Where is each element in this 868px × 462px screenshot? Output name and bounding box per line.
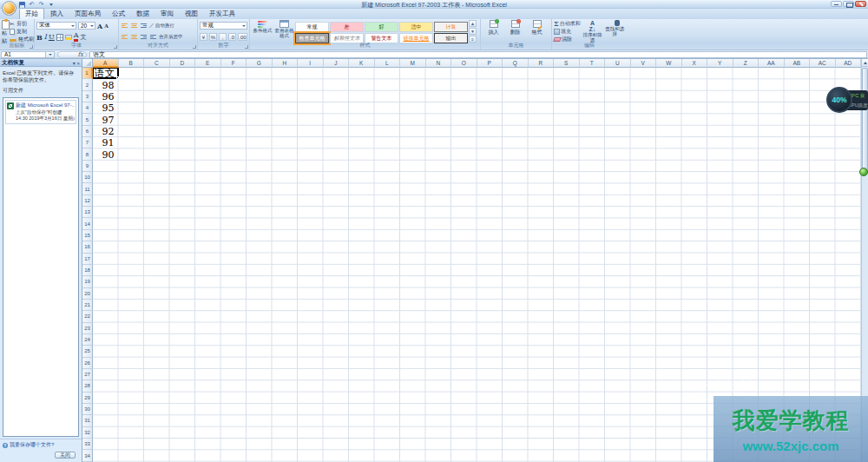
row-header-4[interactable]: 4 <box>82 102 93 114</box>
scroll-up-icon[interactable] <box>862 59 868 67</box>
pane-close-icon[interactable]: ▾ × <box>73 60 80 66</box>
row-header-5[interactable]: 5 <box>82 114 93 125</box>
fill-color-button[interactable] <box>65 35 72 40</box>
align-left-icon[interactable] <box>121 34 128 40</box>
select-all-corner[interactable] <box>82 59 93 68</box>
row-header-23[interactable]: 23 <box>82 323 93 334</box>
indent-icon[interactable] <box>149 34 157 40</box>
format-cells-button[interactable]: 格式 <box>526 20 548 36</box>
clipboard-dialog-launcher[interactable] <box>30 45 33 49</box>
formula-input[interactable]: 语文 <box>89 51 867 58</box>
row-header-3[interactable]: 3 <box>82 91 93 102</box>
font-dialog-launcher[interactable] <box>114 45 117 49</box>
column-header-G[interactable]: G <box>247 59 273 68</box>
format-as-table-button[interactable]: 套用表格格式 <box>273 20 295 38</box>
row-header-34[interactable]: 34 <box>82 450 93 461</box>
tab-视图[interactable]: 视图 <box>180 9 203 19</box>
grow-font-button[interactable]: A <box>97 22 102 30</box>
maximize-button[interactable] <box>843 1 854 7</box>
name-box[interactable]: A1 <box>1 51 46 58</box>
borders-button[interactable] <box>56 34 63 41</box>
style-计算[interactable]: 计算 <box>434 22 468 32</box>
column-header-Q[interactable]: Q <box>503 59 529 68</box>
style-好[interactable]: 好 <box>365 22 398 32</box>
row-header-1[interactable]: 1 <box>82 68 93 79</box>
column-header-F[interactable]: F <box>221 59 247 68</box>
column-header-S[interactable]: S <box>554 59 580 68</box>
bold-button[interactable]: B <box>36 33 43 42</box>
row-header-12[interactable]: 12 <box>82 195 93 207</box>
tab-审阅[interactable]: 审阅 <box>155 9 179 19</box>
conditional-formatting-button[interactable]: 条件格式 <box>252 20 273 33</box>
row-header-33[interactable]: 33 <box>82 439 93 450</box>
shrink-font-button[interactable]: A <box>104 23 108 29</box>
cell-A7[interactable]: 91 <box>93 137 119 148</box>
number-icon-1[interactable]: % <box>209 33 217 41</box>
column-header-L[interactable]: L <box>375 59 401 68</box>
tab-开始[interactable]: 开始 <box>19 8 44 19</box>
font-size-combo[interactable]: 20 <box>78 22 95 30</box>
row-header-28[interactable]: 28 <box>82 380 93 392</box>
scrollbar-thumb[interactable] <box>862 68 868 172</box>
column-header-AD[interactable]: AD <box>836 59 862 68</box>
row-header-31[interactable]: 31 <box>82 415 93 426</box>
alignment-dialog-launcher[interactable] <box>193 45 196 49</box>
column-header-K[interactable]: K <box>349 59 375 68</box>
number-icon-3[interactable]: .0 <box>228 33 236 41</box>
row-header-19[interactable]: 19 <box>82 276 93 287</box>
row-header-27[interactable]: 27 <box>82 369 93 380</box>
row-header-26[interactable]: 26 <box>82 358 93 369</box>
cut-button[interactable]: ✂ 剪切 <box>10 20 34 27</box>
fill-button[interactable]: 填充 <box>554 28 581 36</box>
column-header-AC[interactable]: AC <box>810 59 836 68</box>
minimize-button[interactable] <box>831 1 842 7</box>
tab-插入[interactable]: 插入 <box>45 9 69 19</box>
number-format-combo[interactable]: 常规 <box>200 22 247 30</box>
style-适中[interactable]: 适中 <box>399 22 433 32</box>
font-color-button[interactable]: A <box>74 32 79 42</box>
column-header-B[interactable]: B <box>119 59 145 68</box>
cell-A2[interactable]: 98 <box>93 79 119 90</box>
name-box-dropdown-icon[interactable] <box>46 51 55 58</box>
row-header-32[interactable]: 32 <box>82 427 93 439</box>
wrap-text-button[interactable]: 自动换行 <box>155 23 174 29</box>
top-align-icon[interactable] <box>121 23 128 29</box>
row-header-17[interactable]: 17 <box>82 254 93 265</box>
row-header-2[interactable]: 2 <box>82 79 93 90</box>
cell-A6[interactable]: 92 <box>93 126 119 137</box>
orientation-icon[interactable]: ⟋ <box>149 23 154 29</box>
pane-close-button[interactable]: 关闭 <box>55 452 76 459</box>
gallery-down-icon[interactable]: ▼ <box>469 28 477 35</box>
font-name-combo[interactable]: 宋体 <box>36 22 76 30</box>
row-header-30[interactable]: 30 <box>82 404 93 415</box>
merge-center-button[interactable]: 合并后居中 <box>159 34 183 40</box>
column-header-Z[interactable]: Z <box>733 59 760 68</box>
find-select-button[interactable]: 查找和选择 <box>604 20 625 43</box>
column-header-U[interactable]: U <box>605 59 631 68</box>
row-header-15[interactable]: 15 <box>82 230 93 241</box>
insert-function-button[interactable]: fx <box>57 51 87 58</box>
column-header-V[interactable]: V <box>631 59 657 68</box>
tab-页面布局[interactable]: 页面布局 <box>69 9 106 19</box>
tab-公式[interactable]: 公式 <box>107 9 130 19</box>
column-header-I[interactable]: I <box>298 59 324 68</box>
row-header-10[interactable]: 10 <box>82 172 93 183</box>
which-file-help-link[interactable]: ? 我要保存哪个文件? <box>3 441 79 449</box>
row-header-25[interactable]: 25 <box>82 346 93 357</box>
row-header-13[interactable]: 13 <box>82 207 93 218</box>
row-header-6[interactable]: 6 <box>82 126 93 137</box>
floating-green-icon[interactable] <box>859 168 868 176</box>
row-header-22[interactable]: 22 <box>82 311 93 322</box>
row-header-21[interactable]: 21 <box>82 300 93 311</box>
row-header-16[interactable]: 16 <box>82 241 93 253</box>
delete-cells-button[interactable]: 删除 <box>504 20 526 36</box>
italic-button[interactable]: I <box>44 33 47 41</box>
middle-align-icon[interactable] <box>130 23 138 29</box>
column-header-A[interactable]: A <box>93 59 119 68</box>
column-header-E[interactable]: E <box>195 59 221 68</box>
row-header-7[interactable]: 7 <box>82 137 93 148</box>
sort-filter-button[interactable]: AZ↓ 排序和筛选 <box>582 20 603 43</box>
phonetic-button[interactable]: 文 <box>80 33 86 42</box>
row-header-29[interactable]: 29 <box>82 393 93 404</box>
fill-handle[interactable] <box>116 76 119 79</box>
